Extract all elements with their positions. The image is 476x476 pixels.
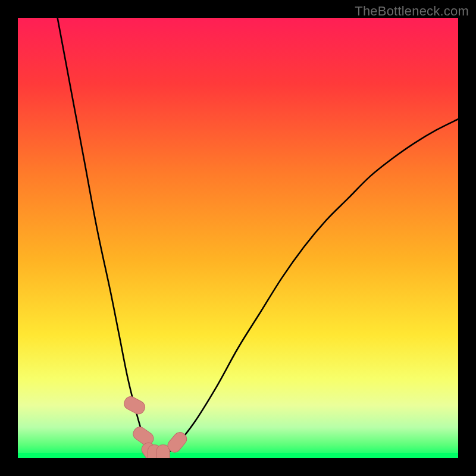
chart-frame: TheBottleneck.com xyxy=(0,0,476,476)
watermark-text: TheBottleneck.com xyxy=(355,4,469,19)
curve-layer xyxy=(18,18,458,458)
plot-area xyxy=(18,18,458,458)
bottleneck-curve xyxy=(58,18,458,457)
highlight-marker xyxy=(122,394,147,416)
highlight-markers xyxy=(122,394,189,458)
